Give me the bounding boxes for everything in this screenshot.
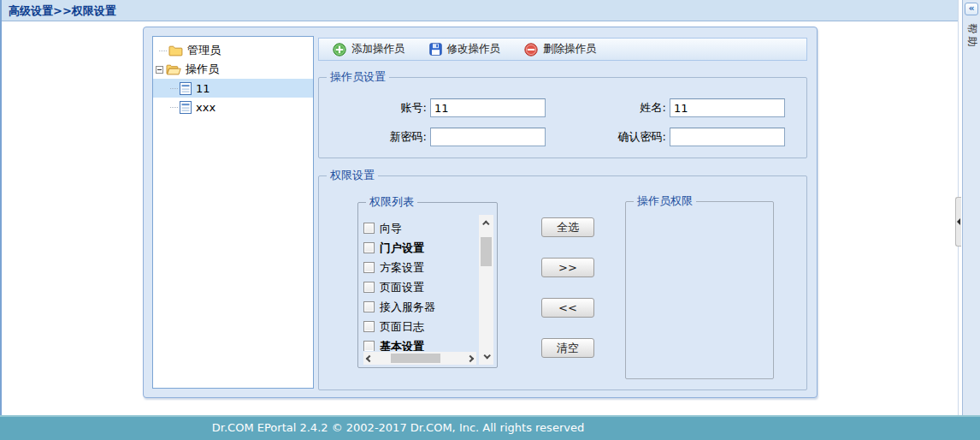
fieldset-legend: 操作员设置: [327, 70, 389, 83]
operator-permissions-fieldset: 操作员权限: [625, 201, 774, 379]
tree-item-label: xxx: [196, 101, 215, 114]
account-label: 账号:: [321, 98, 427, 117]
permission-settings-fieldset: 权限设置 权限列表 向导 门户设置 方案设置 页面设置 接入服务器 页面日志 基…: [318, 175, 807, 390]
tree-item-admin[interactable]: 管理员: [153, 41, 313, 60]
tree-panel: 管理员 操作员 11: [152, 36, 314, 389]
scroll-right-icon[interactable]: [468, 352, 473, 365]
scroll-left-icon[interactable]: [367, 352, 372, 365]
permission-item-label: 页面日志: [380, 319, 424, 335]
checkbox[interactable]: [363, 223, 375, 234]
toolbar-button-label: 添加操作员: [351, 42, 405, 56]
vertical-scrollbar[interactable]: [479, 215, 493, 365]
permission-item-label: 接入服务器: [380, 300, 435, 315]
operator-permissions-list[interactable]: [629, 211, 770, 376]
content-panel: 管理员 操作员 11: [143, 27, 818, 398]
collapse-handle[interactable]: [955, 197, 961, 247]
toolbar: 添加操作员 修改操作员 删除操作员: [318, 38, 807, 61]
checkbox[interactable]: [363, 262, 375, 273]
permission-list-fieldset: 权限列表 向导 门户设置 方案设置 页面设置 接入服务器 页面日志 基本设置: [357, 202, 498, 368]
permission-item[interactable]: 页面日志: [363, 317, 478, 336]
confirm-password-label: 确认密码:: [552, 128, 666, 146]
scrollbar-thumb[interactable]: [481, 237, 492, 266]
tree-item-label: 操作员: [186, 62, 219, 77]
folder-open-icon: [166, 64, 181, 75]
scroll-down-icon[interactable]: [479, 349, 493, 363]
new-password-input[interactable]: [430, 128, 546, 146]
breadcrumb: 高级设置>>权限设置: [9, 4, 116, 17]
checkbox[interactable]: [363, 282, 375, 293]
move-right-button[interactable]: >>: [541, 258, 594, 277]
toolbar-button-label: 修改操作员: [447, 42, 501, 56]
permission-item[interactable]: 方案设置: [363, 258, 478, 277]
main-area: 高级设置>>权限设置 管理员 操作员: [0, 0, 959, 415]
permission-item-label: 向导: [380, 221, 402, 236]
document-icon: [180, 101, 192, 114]
name-label: 姓名:: [552, 98, 666, 117]
checkbox[interactable]: [363, 242, 375, 253]
confirm-password-input[interactable]: [670, 128, 785, 146]
add-circle-icon: [333, 43, 346, 56]
move-left-button[interactable]: <<: [541, 298, 594, 318]
permission-item[interactable]: 页面设置: [363, 277, 478, 297]
collapse-expander-icon[interactable]: [156, 66, 163, 74]
fieldset-legend: 权限设置: [327, 169, 378, 181]
permission-item-label: 页面设置: [380, 280, 424, 295]
tree-connector: [170, 88, 178, 89]
modify-operator-button[interactable]: 修改操作员: [424, 40, 506, 58]
breadcrumb-bar: 高级设置>>权限设置: [2, 0, 958, 21]
save-disk-icon: [429, 43, 442, 56]
tree-item-11[interactable]: 11: [153, 79, 313, 98]
toolbar-button-label: 删除操作员: [543, 42, 597, 56]
checkbox[interactable]: [363, 301, 375, 312]
operator-settings-fieldset: 操作员设置 账号: 姓名: 新密码: 确认密码:: [318, 77, 807, 158]
permission-item-label: 方案设置: [380, 260, 424, 276]
checkbox[interactable]: [363, 321, 375, 332]
permission-item-label: 门户设置: [380, 241, 424, 256]
document-icon: [180, 82, 192, 95]
scroll-up-icon[interactable]: [479, 217, 493, 230]
scrollbar-thumb[interactable]: [391, 354, 440, 363]
permission-item[interactable]: 基本设置: [363, 336, 478, 351]
delete-operator-button[interactable]: 删除操作员: [519, 40, 602, 58]
arrow-left-icon: [957, 218, 960, 225]
add-operator-button[interactable]: 添加操作员: [328, 40, 410, 58]
tree-item-operator[interactable]: 操作员: [153, 60, 313, 79]
permission-item-label: 基本设置: [380, 339, 424, 352]
tree-item-label: 管理员: [187, 43, 221, 58]
footer: Dr.COM EPortal 2.4.2 © 2002-2017 Dr.COM,…: [0, 415, 980, 440]
checkbox[interactable]: [363, 341, 375, 351]
tree-connector: [170, 107, 178, 108]
permission-item[interactable]: 门户设置: [363, 238, 478, 258]
fieldset-legend: 操作员权限: [634, 194, 696, 207]
horizontal-scrollbar[interactable]: [363, 352, 476, 365]
tree-item-label: 11: [196, 82, 210, 95]
name-input[interactable]: [670, 98, 785, 117]
permission-item[interactable]: 接入服务器: [363, 297, 478, 317]
fieldset-legend: 权限列表: [366, 195, 417, 208]
select-all-button[interactable]: 全选: [541, 217, 594, 237]
folder-closed-icon: [168, 45, 183, 56]
tree-connector: [159, 51, 167, 51]
clear-button[interactable]: 清空: [541, 338, 594, 358]
account-input[interactable]: [430, 98, 546, 117]
footer-text: Dr.COM EPortal 2.4.2 © 2002-2017 Dr.COM,…: [212, 421, 584, 434]
new-password-label: 新密码:: [321, 128, 427, 146]
permission-item[interactable]: 向导: [363, 218, 478, 238]
tree-item-xxx[interactable]: xxx: [153, 98, 313, 116]
permission-list: 向导 门户设置 方案设置 页面设置 接入服务器 页面日志 基本设置: [363, 215, 493, 365]
permission-items: 向导 门户设置 方案设置 页面设置 接入服务器 页面日志 基本设置: [363, 215, 478, 351]
remove-circle-icon: [524, 43, 538, 56]
help-sidebar: « 帮助: [962, 0, 980, 415]
collapse-button[interactable]: «: [965, 3, 978, 15]
help-tab[interactable]: 帮助: [965, 23, 979, 51]
